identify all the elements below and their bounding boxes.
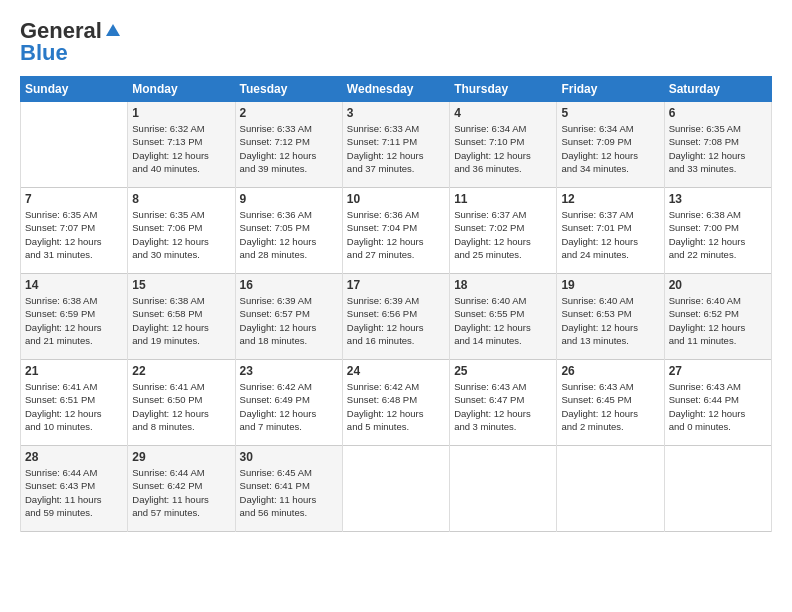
day-number: 14 xyxy=(25,278,123,292)
day-info: Sunrise: 6:43 AM Sunset: 6:44 PM Dayligh… xyxy=(669,380,767,433)
calendar-cell: 11Sunrise: 6:37 AM Sunset: 7:02 PM Dayli… xyxy=(450,188,557,274)
day-info: Sunrise: 6:34 AM Sunset: 7:10 PM Dayligh… xyxy=(454,122,552,175)
day-number: 15 xyxy=(132,278,230,292)
day-number: 16 xyxy=(240,278,338,292)
day-info: Sunrise: 6:44 AM Sunset: 6:42 PM Dayligh… xyxy=(132,466,230,519)
header-day-wednesday: Wednesday xyxy=(342,77,449,102)
day-info: Sunrise: 6:42 AM Sunset: 6:49 PM Dayligh… xyxy=(240,380,338,433)
day-info: Sunrise: 6:38 AM Sunset: 6:58 PM Dayligh… xyxy=(132,294,230,347)
day-info: Sunrise: 6:41 AM Sunset: 6:51 PM Dayligh… xyxy=(25,380,123,433)
day-number: 5 xyxy=(561,106,659,120)
day-number: 17 xyxy=(347,278,445,292)
day-number: 12 xyxy=(561,192,659,206)
calendar-cell: 23Sunrise: 6:42 AM Sunset: 6:49 PM Dayli… xyxy=(235,360,342,446)
day-number: 2 xyxy=(240,106,338,120)
calendar-cell: 29Sunrise: 6:44 AM Sunset: 6:42 PM Dayli… xyxy=(128,446,235,532)
day-info: Sunrise: 6:36 AM Sunset: 7:04 PM Dayligh… xyxy=(347,208,445,261)
calendar-week-row: 21Sunrise: 6:41 AM Sunset: 6:51 PM Dayli… xyxy=(21,360,772,446)
day-number: 21 xyxy=(25,364,123,378)
calendar-cell: 4Sunrise: 6:34 AM Sunset: 7:10 PM Daylig… xyxy=(450,102,557,188)
calendar-cell: 8Sunrise: 6:35 AM Sunset: 7:06 PM Daylig… xyxy=(128,188,235,274)
day-info: Sunrise: 6:40 AM Sunset: 6:55 PM Dayligh… xyxy=(454,294,552,347)
day-info: Sunrise: 6:45 AM Sunset: 6:41 PM Dayligh… xyxy=(240,466,338,519)
day-number: 8 xyxy=(132,192,230,206)
calendar-cell xyxy=(664,446,771,532)
header-day-friday: Friday xyxy=(557,77,664,102)
day-info: Sunrise: 6:33 AM Sunset: 7:11 PM Dayligh… xyxy=(347,122,445,175)
calendar-cell xyxy=(557,446,664,532)
header-day-thursday: Thursday xyxy=(450,77,557,102)
day-number: 10 xyxy=(347,192,445,206)
day-info: Sunrise: 6:34 AM Sunset: 7:09 PM Dayligh… xyxy=(561,122,659,175)
day-number: 22 xyxy=(132,364,230,378)
day-info: Sunrise: 6:42 AM Sunset: 6:48 PM Dayligh… xyxy=(347,380,445,433)
calendar-cell xyxy=(342,446,449,532)
day-number: 13 xyxy=(669,192,767,206)
calendar-cell: 21Sunrise: 6:41 AM Sunset: 6:51 PM Dayli… xyxy=(21,360,128,446)
day-info: Sunrise: 6:37 AM Sunset: 7:01 PM Dayligh… xyxy=(561,208,659,261)
calendar-cell: 1Sunrise: 6:32 AM Sunset: 7:13 PM Daylig… xyxy=(128,102,235,188)
day-number: 19 xyxy=(561,278,659,292)
day-info: Sunrise: 6:41 AM Sunset: 6:50 PM Dayligh… xyxy=(132,380,230,433)
calendar-cell: 22Sunrise: 6:41 AM Sunset: 6:50 PM Dayli… xyxy=(128,360,235,446)
day-info: Sunrise: 6:40 AM Sunset: 6:52 PM Dayligh… xyxy=(669,294,767,347)
day-info: Sunrise: 6:44 AM Sunset: 6:43 PM Dayligh… xyxy=(25,466,123,519)
calendar-cell: 3Sunrise: 6:33 AM Sunset: 7:11 PM Daylig… xyxy=(342,102,449,188)
calendar-week-row: 14Sunrise: 6:38 AM Sunset: 6:59 PM Dayli… xyxy=(21,274,772,360)
day-info: Sunrise: 6:43 AM Sunset: 6:47 PM Dayligh… xyxy=(454,380,552,433)
day-number: 30 xyxy=(240,450,338,464)
day-number: 29 xyxy=(132,450,230,464)
calendar-cell: 20Sunrise: 6:40 AM Sunset: 6:52 PM Dayli… xyxy=(664,274,771,360)
day-info: Sunrise: 6:35 AM Sunset: 7:07 PM Dayligh… xyxy=(25,208,123,261)
day-number: 1 xyxy=(132,106,230,120)
day-info: Sunrise: 6:33 AM Sunset: 7:12 PM Dayligh… xyxy=(240,122,338,175)
calendar-cell: 27Sunrise: 6:43 AM Sunset: 6:44 PM Dayli… xyxy=(664,360,771,446)
day-info: Sunrise: 6:36 AM Sunset: 7:05 PM Dayligh… xyxy=(240,208,338,261)
calendar-cell: 17Sunrise: 6:39 AM Sunset: 6:56 PM Dayli… xyxy=(342,274,449,360)
calendar-cell: 28Sunrise: 6:44 AM Sunset: 6:43 PM Dayli… xyxy=(21,446,128,532)
calendar-cell: 16Sunrise: 6:39 AM Sunset: 6:57 PM Dayli… xyxy=(235,274,342,360)
day-number: 7 xyxy=(25,192,123,206)
day-number: 23 xyxy=(240,364,338,378)
calendar-cell: 15Sunrise: 6:38 AM Sunset: 6:58 PM Dayli… xyxy=(128,274,235,360)
calendar-body: 1Sunrise: 6:32 AM Sunset: 7:13 PM Daylig… xyxy=(21,102,772,532)
day-number: 24 xyxy=(347,364,445,378)
calendar-week-row: 28Sunrise: 6:44 AM Sunset: 6:43 PM Dayli… xyxy=(21,446,772,532)
calendar-cell: 7Sunrise: 6:35 AM Sunset: 7:07 PM Daylig… xyxy=(21,188,128,274)
calendar-cell: 13Sunrise: 6:38 AM Sunset: 7:00 PM Dayli… xyxy=(664,188,771,274)
day-number: 20 xyxy=(669,278,767,292)
calendar-week-row: 7Sunrise: 6:35 AM Sunset: 7:07 PM Daylig… xyxy=(21,188,772,274)
calendar-cell: 30Sunrise: 6:45 AM Sunset: 6:41 PM Dayli… xyxy=(235,446,342,532)
header-day-sunday: Sunday xyxy=(21,77,128,102)
calendar-cell: 18Sunrise: 6:40 AM Sunset: 6:55 PM Dayli… xyxy=(450,274,557,360)
calendar-cell: 6Sunrise: 6:35 AM Sunset: 7:08 PM Daylig… xyxy=(664,102,771,188)
day-number: 26 xyxy=(561,364,659,378)
day-info: Sunrise: 6:38 AM Sunset: 7:00 PM Dayligh… xyxy=(669,208,767,261)
calendar-cell: 19Sunrise: 6:40 AM Sunset: 6:53 PM Dayli… xyxy=(557,274,664,360)
day-number: 28 xyxy=(25,450,123,464)
calendar-cell: 25Sunrise: 6:43 AM Sunset: 6:47 PM Dayli… xyxy=(450,360,557,446)
calendar-cell: 5Sunrise: 6:34 AM Sunset: 7:09 PM Daylig… xyxy=(557,102,664,188)
header-day-saturday: Saturday xyxy=(664,77,771,102)
day-number: 27 xyxy=(669,364,767,378)
calendar-table: SundayMondayTuesdayWednesdayThursdayFrid… xyxy=(20,76,772,532)
header-day-monday: Monday xyxy=(128,77,235,102)
day-info: Sunrise: 6:39 AM Sunset: 6:56 PM Dayligh… xyxy=(347,294,445,347)
day-info: Sunrise: 6:39 AM Sunset: 6:57 PM Dayligh… xyxy=(240,294,338,347)
day-number: 18 xyxy=(454,278,552,292)
calendar-cell: 14Sunrise: 6:38 AM Sunset: 6:59 PM Dayli… xyxy=(21,274,128,360)
day-number: 6 xyxy=(669,106,767,120)
calendar-week-row: 1Sunrise: 6:32 AM Sunset: 7:13 PM Daylig… xyxy=(21,102,772,188)
day-info: Sunrise: 6:43 AM Sunset: 6:45 PM Dayligh… xyxy=(561,380,659,433)
calendar-cell xyxy=(450,446,557,532)
day-number: 9 xyxy=(240,192,338,206)
logo-icon xyxy=(104,22,122,40)
day-info: Sunrise: 6:35 AM Sunset: 7:08 PM Dayligh… xyxy=(669,122,767,175)
calendar-header-row: SundayMondayTuesdayWednesdayThursdayFrid… xyxy=(21,77,772,102)
logo-blue: Blue xyxy=(20,40,68,66)
day-number: 25 xyxy=(454,364,552,378)
day-info: Sunrise: 6:32 AM Sunset: 7:13 PM Dayligh… xyxy=(132,122,230,175)
calendar-cell: 12Sunrise: 6:37 AM Sunset: 7:01 PM Dayli… xyxy=(557,188,664,274)
calendar-cell: 10Sunrise: 6:36 AM Sunset: 7:04 PM Dayli… xyxy=(342,188,449,274)
calendar-cell xyxy=(21,102,128,188)
